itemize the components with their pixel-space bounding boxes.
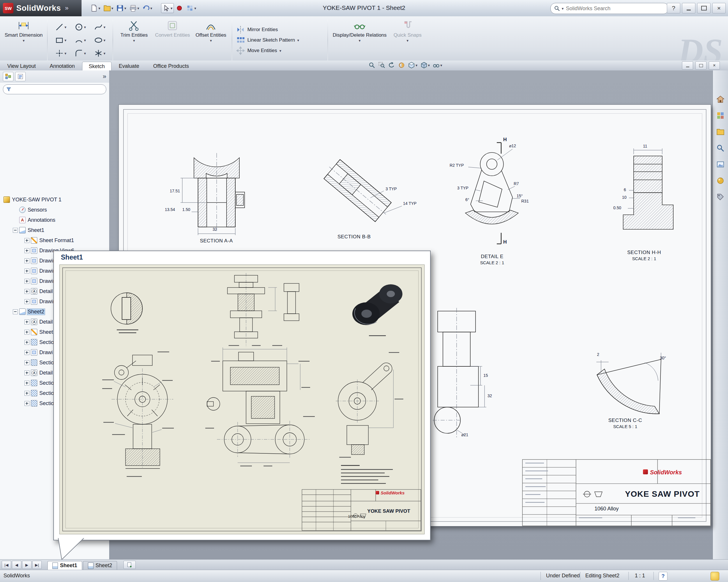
tree-item-annotations[interactable]: Annotations [13, 215, 56, 225]
line-tool-button[interactable]: ▾ [51, 21, 70, 33]
sheet1-preview-window[interactable]: Sheet1 [53, 251, 431, 541]
search-pane-button[interactable] [714, 142, 727, 154]
sheet-tab-sheet1[interactable]: Sheet1 [48, 561, 82, 570]
tree-item[interactable]: Drawi [24, 348, 53, 357]
linear-sketch-pattern-button[interactable]: Linear Sketch Pattern ▾ [236, 36, 323, 45]
expand-icon[interactable] [24, 258, 29, 264]
display-style-button[interactable]: ▾ [420, 61, 431, 69]
caret-down-icon[interactable]: ▾ [84, 52, 86, 55]
custom-properties-button[interactable] [714, 191, 727, 203]
print-button[interactable]: ▾ [128, 3, 141, 13]
propertymanager-tab[interactable] [15, 72, 26, 81]
document-minimize-button[interactable] [682, 61, 693, 70]
solidworks-resources-button[interactable] [714, 93, 727, 105]
expand-icon[interactable] [24, 279, 29, 284]
expand-icon[interactable] [24, 320, 29, 325]
tree-item[interactable]: Sectio [24, 378, 54, 388]
expand-icon[interactable] [24, 340, 29, 345]
caret-down-icon[interactable]: ▾ [104, 52, 106, 55]
zoom-fit-button[interactable] [367, 61, 376, 69]
point-tool-button[interactable]: ▾ [51, 47, 70, 60]
smart-dimension-button[interactable]: Smart Dimension ▾ [2, 18, 45, 62]
view-palette-button[interactable] [714, 158, 727, 170]
add-sheet-button[interactable] [124, 561, 136, 569]
arc-tool-button[interactable]: ▾ [71, 34, 90, 47]
tab-evaluate[interactable]: Evaluate [112, 61, 146, 71]
expand-icon[interactable] [24, 248, 29, 253]
tree-item[interactable]: Sectio [24, 398, 54, 408]
expand-icon[interactable] [24, 238, 29, 243]
help-button[interactable]: ? [667, 3, 680, 13]
caret-down-icon[interactable]: ▾ [428, 63, 430, 67]
sheet-tab-sheet2[interactable]: Sheet2 [83, 561, 117, 570]
tree-filter-box[interactable] [3, 84, 106, 94]
tree-item-root[interactable]: YOKE-SAW PIVOT 1 [3, 195, 62, 204]
caret-down-icon[interactable]: ▾ [64, 38, 67, 42]
zoom-area-button[interactable] [378, 61, 386, 69]
expand-icon[interactable] [24, 350, 29, 355]
last-sheet-button[interactable]: ▶| [32, 561, 42, 569]
close-button[interactable]: × [712, 3, 726, 13]
tab-office-products[interactable]: Office Products [147, 61, 196, 71]
expand-icon[interactable] [24, 330, 29, 335]
expand-icon[interactable] [24, 289, 29, 294]
maximize-button[interactable] [697, 3, 710, 13]
new-document-button[interactable]: ▾ [89, 3, 102, 13]
caret-down-icon[interactable]: ▾ [84, 25, 86, 29]
spline-tool-button[interactable]: ▾ [90, 21, 109, 33]
collapse-icon[interactable] [13, 309, 18, 314]
mirror-entities-button[interactable]: Mirror Entities [236, 25, 323, 34]
ellipse-tool-button[interactable]: ▾ [90, 34, 109, 47]
tree-item[interactable]: Detail [24, 368, 53, 378]
appearance-button[interactable] [175, 3, 184, 13]
tree-item-sheet2[interactable]: Sheet2 [13, 307, 45, 316]
search-box[interactable]: ▾ [550, 3, 669, 14]
panel-more-icon[interactable]: » [103, 73, 106, 80]
tree-item-sheet1[interactable]: Sheet1 [13, 225, 45, 235]
options-button[interactable]: ▾ [185, 3, 198, 13]
previous-view-button[interactable] [387, 61, 396, 69]
caret-down-icon[interactable]: ▾ [440, 63, 442, 67]
menu-expand-icon[interactable]: » [65, 4, 69, 12]
expand-icon[interactable] [24, 381, 29, 386]
document-close-button[interactable]: × [709, 61, 720, 70]
tree-item-sensors[interactable]: Sensors [13, 205, 48, 215]
next-sheet-button[interactable]: ▶ [22, 561, 31, 569]
tab-annotation[interactable]: Annotation [43, 61, 81, 71]
expand-icon[interactable] [24, 391, 29, 396]
caret-down-icon[interactable]: ▾ [64, 52, 67, 55]
caret-down-icon[interactable]: ▾ [64, 25, 67, 29]
caret-down-icon[interactable]: ▾ [562, 7, 564, 10]
display-delete-relations-button[interactable]: Display/Delete Relations ▾ [330, 18, 389, 62]
fillet-tool-button[interactable]: ▾ [71, 47, 90, 60]
expand-icon[interactable] [24, 269, 29, 274]
hide-show-items-button[interactable]: ▾ [432, 61, 443, 69]
tree-item[interactable]: Sectio [24, 358, 54, 367]
sketch-pattern-tool-button[interactable]: ▾ [90, 47, 109, 60]
featuremanager-tab[interactable] [3, 72, 14, 81]
offset-entities-button[interactable]: Offset Entities ▾ [192, 18, 230, 62]
save-button[interactable]: ▾ [115, 3, 128, 13]
undo-button[interactable]: ▾ [141, 3, 153, 13]
expand-icon[interactable] [24, 299, 29, 304]
tree-item-sheet-format1[interactable]: Sheet Format1 [24, 235, 75, 245]
expand-icon[interactable] [24, 401, 29, 406]
document-restore-button[interactable] [695, 61, 706, 70]
caret-down-icon[interactable]: ▾ [84, 38, 86, 42]
section-view-button[interactable] [397, 61, 406, 69]
design-library-button[interactable] [714, 109, 727, 122]
previous-sheet-button[interactable]: ◀ [12, 561, 21, 569]
tab-sketch[interactable]: Sketch [82, 62, 111, 71]
quick-tips-icon[interactable] [710, 572, 719, 581]
caret-down-icon[interactable]: ▾ [104, 38, 106, 42]
minimize-button[interactable] [682, 3, 695, 13]
select-tool-button[interactable]: ▾ [161, 3, 174, 13]
search-input[interactable] [566, 5, 665, 12]
title-bar[interactable]: SW SolidWorks » ▾ ▾ ▾ ▾ ▾ ▾ ▾ YOKE-SA [0, 0, 728, 17]
open-document-button[interactable]: ▾ [102, 3, 115, 13]
circle-tool-button[interactable]: ▾ [71, 21, 90, 33]
trim-entities-button[interactable]: Trim Entities ▾ [115, 18, 153, 62]
expand-icon[interactable] [24, 360, 29, 365]
tab-view-layout[interactable]: View Layout [1, 61, 43, 71]
file-explorer-button[interactable] [714, 126, 727, 138]
